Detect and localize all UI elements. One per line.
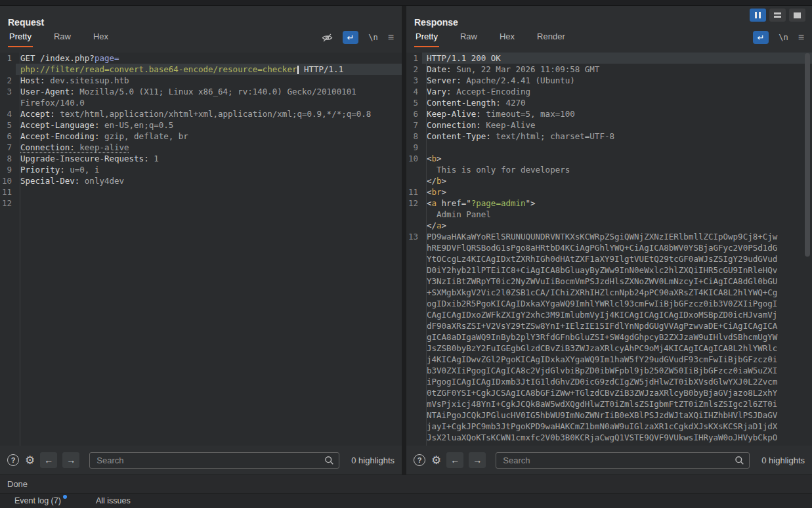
line-number: 9 — [406, 142, 422, 153]
show-newlines-icon[interactable]: \n — [779, 33, 788, 41]
line-number: 12 — [406, 198, 422, 209]
editor-row: 8Content-Type: text/html; charset=UTF-8 — [406, 131, 812, 142]
editor-menu-icon[interactable]: ≡ — [388, 32, 394, 43]
editor-row: 11 — [0, 186, 402, 198]
gear-icon[interactable]: ⚙ — [431, 455, 441, 466]
editor-row: jayI+CgkJPC9mb3JtPgoKPD9waHAKCmZ1bmN0aW9… — [406, 421, 812, 432]
line-number: 8 — [406, 131, 422, 142]
editor-row: j4KICAgIDwvZGl2PgoKICAgIDxkaXYgaWQ9Im1ha… — [406, 354, 812, 365]
editor-row: </a> — [406, 220, 812, 231]
tab-render[interactable]: Render — [536, 28, 566, 47]
editor-row: 2Date: Sun, 22 Mar 2026 11:09:58 GMT — [406, 64, 812, 75]
response-search-input[interactable] — [496, 452, 750, 469]
request-search-wrap — [89, 452, 339, 469]
all-issues-tab[interactable]: All issues — [96, 496, 131, 505]
response-scrollbar[interactable] — [804, 53, 811, 445]
editor-row: 1GET /index.php?page= — [0, 53, 402, 64]
layout-single-button[interactable] — [789, 9, 805, 22]
show-newlines-icon[interactable]: \n — [368, 33, 377, 41]
response-search-toolbar: ? ⚙ ← → 0 highlights — [406, 446, 812, 475]
request-title: Request — [8, 6, 394, 28]
hide-soft-characters-icon[interactable] — [322, 33, 333, 43]
request-gutter-divider — [20, 53, 20, 446]
response-gutter-divider — [426, 53, 427, 446]
request-tabs: PrettyRawHex — [8, 28, 129, 47]
editor-row: 6Keep-Alive: timeout=5, max=100 — [406, 108, 812, 119]
line-number: 11 — [0, 186, 16, 198]
tab-raw[interactable]: Raw — [53, 28, 72, 47]
line-number: 1 — [406, 53, 422, 64]
line-number: 11 — [406, 186, 422, 198]
panel-divider[interactable] — [402, 6, 406, 475]
editor-row: NTAiPgoJCQkJPGlucHV0IG5hbWU9ImNoZWNrIiB0… — [406, 410, 812, 421]
word-wrap-icon[interactable]: ↵ — [343, 31, 358, 44]
editor-row: php://filter/read=convert.base64-encode/… — [0, 64, 402, 75]
line-number — [0, 97, 16, 108]
tab-raw[interactable]: Raw — [459, 28, 479, 47]
line-number: 8 — [0, 153, 16, 164]
help-icon[interactable]: ? — [7, 454, 19, 466]
line-number — [406, 276, 422, 287]
editor-menu-icon[interactable]: ≡ — [798, 32, 804, 43]
line-number — [406, 253, 422, 265]
editor-row: 9Priority: u=0, i — [0, 164, 402, 175]
line-number — [406, 309, 422, 320]
editor-row: JsX2luaXQoKTsKCWN1cmxfc2V0b3B0KCRjaCwgQ1… — [406, 432, 812, 443]
line-number — [406, 387, 422, 398]
event-log-notification-dot — [63, 495, 67, 499]
line-number: 4 — [406, 86, 422, 97]
line-number: 5 — [406, 97, 422, 108]
search-previous-button[interactable]: ← — [40, 452, 57, 468]
search-icon — [735, 455, 744, 465]
search-previous-button[interactable]: ← — [446, 452, 463, 468]
editor-row: +SXMgbXkgV2Vic2l0ZSB1cCA/IChiZXRhIHZlcnN… — [406, 287, 812, 298]
search-next-button[interactable]: → — [62, 452, 79, 468]
line-number — [406, 242, 422, 253]
line-number — [406, 164, 422, 175]
editor-row: Admin Panel — [406, 209, 812, 220]
layout-columns-button[interactable] — [750, 9, 766, 22]
line-number — [406, 175, 422, 186]
request-search-input[interactable] — [89, 452, 339, 469]
editor-row: mVsPjxicj48YnI+CgkJCQk8aW5wdXQgdHlwZT0iZ… — [406, 398, 812, 410]
editor-row: 12 — [0, 198, 402, 209]
line-number: 10 — [0, 175, 16, 186]
line-number: 12 — [0, 198, 16, 209]
editor-row: gICA8aDIgaWQ9InByb2plY3RfdGFnbGluZSI+SW4… — [406, 331, 812, 343]
search-next-button[interactable]: → — [469, 452, 486, 468]
line-number: 7 — [406, 119, 422, 131]
editor-row: </b> — [406, 175, 812, 186]
editor-row: dF90aXRsZSI+V2VsY29tZSw8YnI+IElzIE15IFdl… — [406, 320, 812, 331]
line-number: 2 — [406, 64, 422, 75]
tab-pretty[interactable]: Pretty — [8, 28, 33, 47]
editor-row: 4Vary: Accept-Encoding — [406, 86, 812, 97]
response-highlights-count: 0 highlights — [750, 455, 805, 465]
layout-rows-button[interactable] — [769, 9, 786, 22]
request-panel: Request PrettyRawHex ↵ \n ≡ — [0, 6, 402, 475]
line-number: 4 — [0, 108, 16, 119]
response-editor[interactable]: 1HTTP/1.1 200 OK2Date: Sun, 22 Mar 2026 … — [406, 53, 812, 446]
response-scrollbar-thumb[interactable] — [805, 53, 810, 257]
help-icon[interactable]: ? — [414, 454, 425, 466]
word-wrap-icon[interactable]: ↵ — [753, 31, 769, 44]
editor-row: 11<br> — [406, 186, 812, 198]
tab-hex[interactable]: Hex — [92, 28, 110, 47]
tab-pretty[interactable]: Pretty — [414, 28, 439, 47]
status-text: Done — [7, 479, 28, 489]
editor-row: 3User-Agent: Mozilla/5.0 (X11; Linux x86… — [0, 86, 402, 97]
editor-row: 3Server: Apache/2.4.41 (Ubuntu) — [406, 75, 812, 86]
editor-row: D0iY2hyb21lPTEiIC8+CiAgICA8bGluayByZWw9I… — [406, 265, 812, 276]
response-editor-icons: ↵ \n ≡ — [753, 31, 804, 47]
event-log-tab[interactable]: Event log (7) — [14, 496, 67, 505]
editor-row: 9 — [406, 142, 812, 153]
line-number — [406, 287, 422, 298]
request-editor[interactable]: 1GET /index.php?page=php://filter/read=c… — [0, 53, 402, 446]
line-number — [406, 398, 422, 410]
repeater-split-view: Request PrettyRawHex ↵ \n ≡ — [0, 6, 812, 475]
gear-icon[interactable]: ⚙ — [25, 455, 35, 466]
tab-hex[interactable]: Hex — [498, 28, 516, 47]
editor-row: 6Accept-Encoding: gzip, deflate, br — [0, 131, 402, 142]
editor-row: YtOCcgLz4KICAgIDxtZXRhIGh0dHAtZXF1aXY9Il… — [406, 253, 812, 265]
line-number: 1 — [0, 53, 16, 64]
line-number — [406, 265, 422, 276]
